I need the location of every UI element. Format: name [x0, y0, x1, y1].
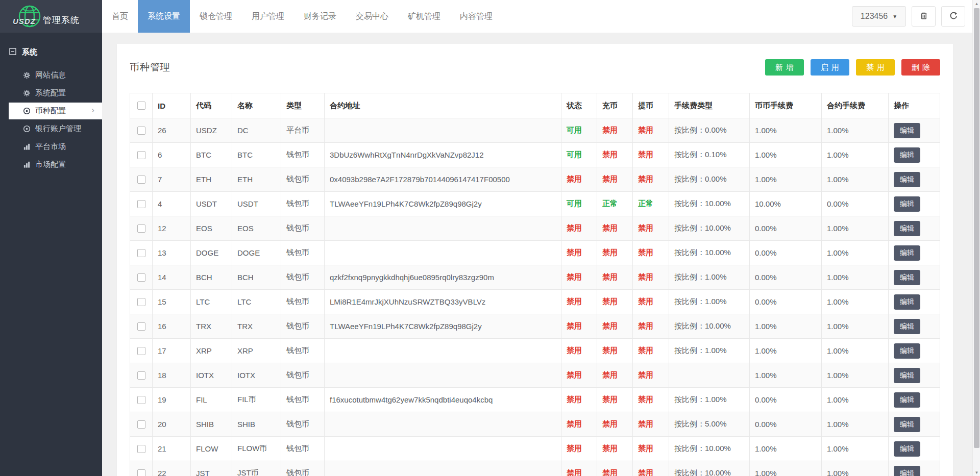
- sidebar-group-system[interactable]: 系统: [0, 43, 102, 61]
- sidebar-item-4[interactable]: 银行账户管理: [0, 120, 102, 138]
- nav-tab-4[interactable]: 用户管理: [242, 0, 294, 33]
- cell-id: 20: [153, 412, 191, 437]
- cell-type: 钱包币: [281, 241, 325, 265]
- enable-button[interactable]: 启用: [811, 59, 849, 76]
- edit-button[interactable]: 编辑: [894, 294, 920, 310]
- sidebar-item-2[interactable]: 系统配置: [0, 84, 102, 102]
- cell-id: 21: [153, 437, 191, 461]
- chevron-right-icon: ›: [91, 106, 94, 114]
- cell-coin-fee: 0.00%: [750, 290, 822, 314]
- edit-button[interactable]: 编辑: [894, 123, 920, 138]
- row-checkbox[interactable]: [137, 127, 145, 135]
- row-checkbox[interactable]: [137, 249, 145, 257]
- row-checkbox-cell: [130, 437, 153, 461]
- nav-tab-5[interactable]: 财务记录: [294, 0, 346, 33]
- row-checkbox[interactable]: [137, 298, 145, 306]
- nav-tab-3[interactable]: 锁仓管理: [190, 0, 242, 33]
- nav-tab-1[interactable]: 首页: [102, 0, 138, 33]
- edit-button[interactable]: 编辑: [894, 392, 920, 408]
- nav-tab-6[interactable]: 交易中心: [346, 0, 398, 33]
- export-button[interactable]: [941, 6, 965, 27]
- sidebar-item-5[interactable]: 平台市场: [0, 138, 102, 156]
- cell-code: JST: [191, 461, 232, 476]
- row-checkbox[interactable]: [137, 200, 145, 208]
- edit-button[interactable]: 编辑: [894, 343, 920, 359]
- cell-type: 钱包币: [281, 314, 325, 339]
- page-scrollbar[interactable]: ▲ ▼: [972, 0, 980, 476]
- scrollbar-thumb[interactable]: [974, 8, 979, 448]
- cell-deposit: 禁用: [597, 314, 633, 339]
- cell-deposit: 禁用: [597, 216, 633, 241]
- cell-withdraw: 禁用: [633, 118, 669, 143]
- cell-id: 14: [153, 265, 191, 290]
- edit-button[interactable]: 编辑: [894, 319, 920, 334]
- row-checkbox[interactable]: [137, 151, 145, 159]
- topbar-controls: 123456 ▼: [852, 0, 972, 33]
- table-row: 7ETHETH钱包币0x4093b298e7A2F172879b70144096…: [130, 167, 940, 192]
- cell-actions: 编辑: [889, 265, 940, 290]
- edit-button[interactable]: 编辑: [894, 368, 920, 383]
- scroll-up-icon[interactable]: ▲: [973, 0, 980, 7]
- cell-coin-fee: 0.00%: [750, 216, 822, 241]
- status-badge: 禁用: [567, 468, 582, 476]
- cell-deposit: 禁用: [597, 167, 633, 192]
- row-checkbox-cell: [130, 314, 153, 339]
- cell-id: 26: [153, 118, 191, 143]
- sidebar-item-1[interactable]: 网站信息: [0, 66, 102, 84]
- row-checkbox[interactable]: [137, 273, 145, 282]
- topbar: USDZ 管理系统 首页系统设置锁仓管理用户管理财务记录交易中心矿机管理内容管理…: [0, 0, 972, 33]
- sidebar-item-6[interactable]: 市场配置: [0, 156, 102, 173]
- row-checkbox[interactable]: [137, 371, 145, 380]
- table-row: 12EOSEOS钱包币禁用禁用禁用按比例：10.00%0.00%1.00%编辑: [130, 216, 940, 241]
- status-badge: 禁用: [602, 150, 618, 159]
- delete-button[interactable]: 删除: [901, 59, 940, 76]
- row-checkbox[interactable]: [137, 322, 145, 331]
- status-badge: 禁用: [567, 321, 582, 330]
- edit-button[interactable]: 编辑: [894, 221, 920, 236]
- nav-tab-8[interactable]: 内容管理: [450, 0, 502, 33]
- add-button[interactable]: 新增: [765, 59, 804, 76]
- cell-code: FIL: [191, 388, 232, 412]
- status-badge: 禁用: [567, 174, 582, 183]
- cell-deposit: 禁用: [597, 241, 633, 265]
- row-checkbox[interactable]: [137, 176, 145, 184]
- trash-button[interactable]: [912, 6, 936, 27]
- edit-button[interactable]: 编辑: [894, 196, 920, 212]
- sidebar-item-3[interactable]: 币种配置›: [9, 103, 102, 119]
- row-checkbox[interactable]: [137, 445, 145, 453]
- cell-fee-type: [669, 363, 750, 388]
- user-dropdown[interactable]: 123456 ▼: [852, 6, 906, 27]
- table-row: 13DOGEDOGE钱包币禁用禁用禁用按比例：10.00%0.00%1.00%编…: [130, 241, 940, 265]
- nav-tab-2[interactable]: 系统设置: [138, 0, 190, 33]
- cell-name: IOTX: [232, 363, 281, 388]
- edit-button[interactable]: 编辑: [894, 270, 920, 285]
- row-checkbox[interactable]: [137, 420, 145, 429]
- cell-contract-address: [325, 412, 561, 437]
- scroll-down-icon[interactable]: ▼: [973, 469, 980, 476]
- edit-button[interactable]: 编辑: [894, 147, 920, 163]
- sidebar-item-label: 银行账户管理: [35, 124, 81, 134]
- cell-contract-fee: 1.00%: [822, 314, 889, 339]
- disable-button[interactable]: 禁用: [856, 59, 895, 76]
- select-all-checkbox[interactable]: [137, 102, 145, 110]
- edit-button[interactable]: 编辑: [894, 466, 920, 476]
- nav-tab-7[interactable]: 矿机管理: [398, 0, 450, 33]
- column-header-5: 合约地址: [325, 93, 561, 118]
- row-checkbox[interactable]: [137, 396, 145, 404]
- row-checkbox[interactable]: [137, 224, 145, 233]
- cell-name: LTC: [232, 290, 281, 314]
- edit-button[interactable]: 编辑: [894, 417, 920, 432]
- status-badge: 可用: [567, 199, 582, 208]
- column-header-10: 币币手续费: [750, 93, 822, 118]
- status-badge: 禁用: [638, 370, 653, 379]
- cell-coin-fee: 1.00%: [750, 314, 822, 339]
- row-checkbox[interactable]: [137, 469, 145, 476]
- cell-actions: 编辑: [889, 437, 940, 461]
- table-row: 18IOTXIOTX钱包币禁用禁用禁用1.00%1.00%编辑: [130, 363, 940, 388]
- row-checkbox[interactable]: [137, 347, 145, 355]
- cell-fee-type: 按比例：10.00%: [669, 241, 750, 265]
- cell-code: ETH: [191, 167, 232, 192]
- edit-button[interactable]: 编辑: [894, 245, 920, 261]
- edit-button[interactable]: 编辑: [894, 172, 920, 187]
- edit-button[interactable]: 编辑: [894, 441, 920, 457]
